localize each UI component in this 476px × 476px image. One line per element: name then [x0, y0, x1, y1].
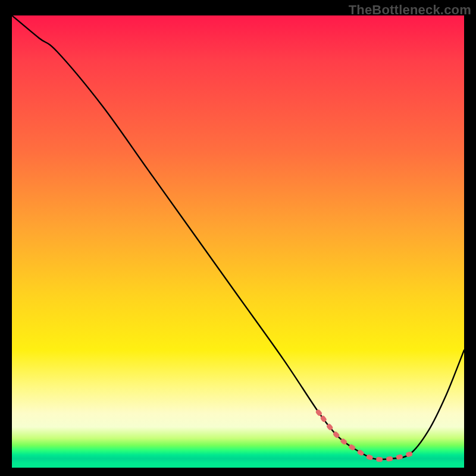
chart-stage: TheBottleneck.com	[0, 0, 476, 476]
plot-area	[12, 15, 464, 468]
bottleneck-highlight-path	[318, 412, 412, 459]
bottleneck-curve-path	[12, 15, 464, 459]
bottleneck-curve-svg	[12, 15, 464, 468]
watermark-text: TheBottleneck.com	[349, 2, 471, 18]
